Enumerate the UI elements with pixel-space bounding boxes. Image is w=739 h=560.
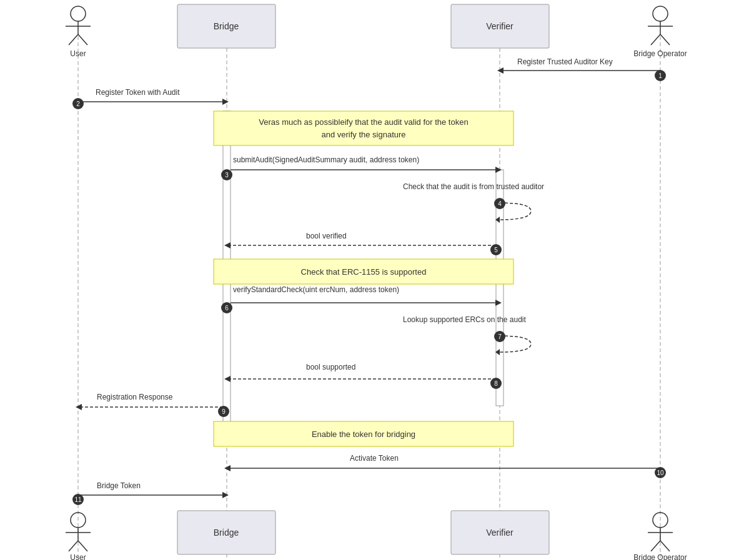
svg-marker-21	[76, 404, 82, 410]
svg-line-53	[660, 34, 670, 45]
note3-text: Enable the token for bridging	[312, 430, 415, 439]
note1-line2: and verify the signature	[321, 130, 405, 139]
step-3: 3	[225, 172, 229, 179]
step-9: 9	[222, 408, 226, 415]
note2-text: Check that ERC-1155 is supported	[301, 267, 427, 277]
step-5: 5	[494, 247, 498, 253]
sequence-diagram: Bridge Verifier Bridge Verifier Veras mu…	[0, 0, 739, 560]
msg1-label: Register Trusted Auditor Key	[517, 57, 613, 66]
bridge-op-bottom-label: Bridge Operator	[633, 553, 687, 560]
svg-rect-30	[214, 111, 513, 145]
bridge-actor-top-label: Bridge	[214, 21, 239, 31]
svg-line-57	[69, 541, 78, 551]
step-2: 2	[76, 101, 80, 107]
svg-marker-23	[224, 465, 231, 471]
msg11-label: Bridge Token	[97, 481, 141, 490]
msg10-label: Activate Token	[350, 454, 399, 463]
svg-line-58	[78, 541, 87, 551]
step-4: 4	[498, 200, 502, 207]
msg7-label: Lookup supported ERCs on the audit	[403, 315, 526, 324]
msg6-label: verifyStandardCheck(uint ercNum, address…	[233, 285, 399, 294]
svg-point-49	[653, 6, 668, 21]
verifier-actor-bottom-label: Verifier	[486, 528, 513, 538]
msg8-label: bool supported	[306, 363, 355, 371]
msg4-label: Check that the audit is from trusted aud…	[403, 182, 544, 191]
step-6: 6	[225, 305, 229, 312]
svg-marker-25	[222, 492, 229, 498]
step-1: 1	[658, 72, 662, 79]
svg-line-52	[651, 34, 660, 45]
svg-line-63	[660, 541, 670, 551]
user-top-label: User	[70, 49, 86, 58]
msg2-label: Register Token with Audit	[96, 88, 180, 97]
step-10: 10	[657, 469, 664, 476]
svg-line-47	[69, 34, 78, 45]
msg5-label: bool verified	[306, 232, 347, 240]
step-11: 11	[74, 496, 82, 503]
note1-line1: Veras much as possibleify that the audit…	[259, 117, 468, 127]
msg3-label: submitAudit(SignedAuditSummary audit, ad…	[233, 155, 419, 164]
diagram-svg: Bridge Verifier Bridge Verifier Veras mu…	[0, 0, 739, 560]
svg-marker-7	[497, 67, 503, 74]
svg-marker-9	[222, 99, 229, 105]
bridge-actor-bottom-label: Bridge	[214, 528, 239, 538]
msg9-label: Registration Response	[97, 393, 173, 401]
svg-line-62	[651, 541, 660, 551]
bridge-op-top-label: Bridge Operator	[633, 49, 687, 58]
verifier-actor-top-label: Verifier	[486, 21, 513, 31]
svg-point-44	[71, 6, 86, 21]
step-8: 8	[494, 380, 498, 387]
user-bottom-label: User	[70, 553, 86, 560]
svg-line-48	[78, 34, 87, 45]
step-7: 7	[498, 333, 502, 340]
